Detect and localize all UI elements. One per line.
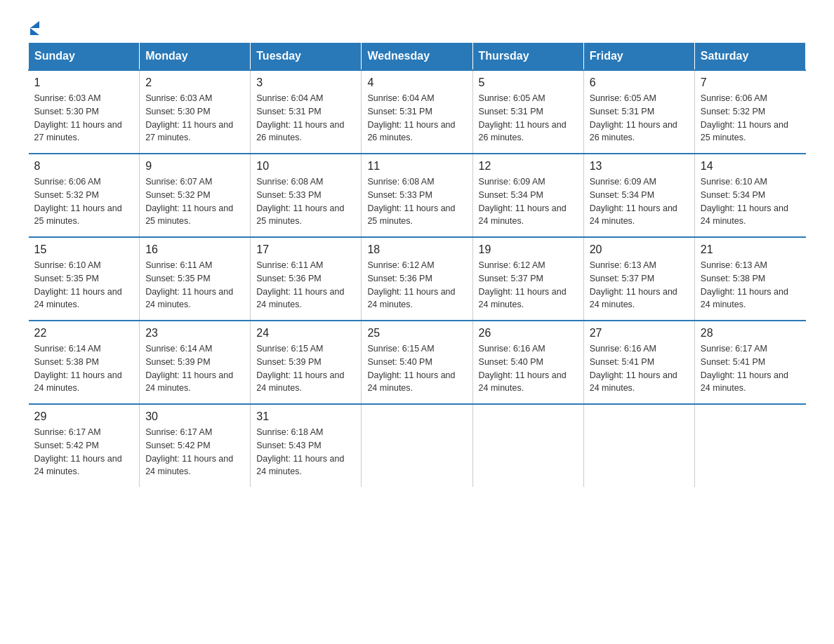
day-info: Sunrise: 6:15 AM Sunset: 5:40 PM Dayligh… bbox=[367, 342, 466, 395]
day-info: Sunrise: 6:17 AM Sunset: 5:42 PM Dayligh… bbox=[145, 426, 244, 478]
day-info: Sunrise: 6:04 AM Sunset: 5:31 PM Dayligh… bbox=[367, 92, 466, 145]
day-info: Sunrise: 6:17 AM Sunset: 5:42 PM Dayligh… bbox=[34, 426, 134, 478]
calendar-cell: 2 Sunrise: 6:03 AM Sunset: 5:30 PM Dayli… bbox=[140, 70, 251, 154]
day-number: 17 bbox=[256, 243, 355, 256]
calendar-cell: 14 Sunrise: 6:10 AM Sunset: 5:34 PM Dayl… bbox=[694, 154, 805, 237]
calendar-cell bbox=[583, 404, 694, 487]
day-info: Sunrise: 6:06 AM Sunset: 5:32 PM Dayligh… bbox=[701, 92, 800, 145]
day-info: Sunrise: 6:03 AM Sunset: 5:30 PM Dayligh… bbox=[34, 92, 134, 145]
calendar-header-saturday: Saturday bbox=[694, 43, 805, 71]
calendar-cell: 9 Sunrise: 6:07 AM Sunset: 5:32 PM Dayli… bbox=[140, 154, 251, 237]
day-number: 20 bbox=[590, 243, 689, 256]
calendar-week-1: 1 Sunrise: 6:03 AM Sunset: 5:30 PM Dayli… bbox=[29, 70, 806, 154]
day-number: 6 bbox=[590, 76, 689, 89]
calendar-cell: 5 Sunrise: 6:05 AM Sunset: 5:31 PM Dayli… bbox=[472, 70, 583, 154]
calendar-cell: 11 Sunrise: 6:08 AM Sunset: 5:33 PM Dayl… bbox=[362, 154, 472, 237]
calendar-header-thursday: Thursday bbox=[472, 43, 583, 71]
calendar-cell: 29 Sunrise: 6:17 AM Sunset: 5:42 PM Dayl… bbox=[29, 404, 140, 487]
day-info: Sunrise: 6:11 AM Sunset: 5:36 PM Dayligh… bbox=[256, 259, 355, 311]
calendar-cell bbox=[362, 404, 472, 487]
day-number: 16 bbox=[145, 243, 244, 256]
day-info: Sunrise: 6:08 AM Sunset: 5:33 PM Dayligh… bbox=[256, 175, 355, 228]
calendar-cell: 27 Sunrise: 6:16 AM Sunset: 5:41 PM Dayl… bbox=[583, 321, 694, 404]
day-info: Sunrise: 6:07 AM Sunset: 5:32 PM Dayligh… bbox=[145, 175, 244, 228]
day-number: 1 bbox=[34, 76, 134, 89]
day-number: 7 bbox=[701, 76, 800, 89]
day-number: 31 bbox=[256, 410, 355, 423]
day-info: Sunrise: 6:09 AM Sunset: 5:34 PM Dayligh… bbox=[479, 175, 578, 228]
logo bbox=[28, 21, 39, 35]
day-info: Sunrise: 6:18 AM Sunset: 5:43 PM Dayligh… bbox=[256, 426, 355, 478]
calendar-cell: 12 Sunrise: 6:09 AM Sunset: 5:34 PM Dayl… bbox=[472, 154, 583, 237]
day-info: Sunrise: 6:09 AM Sunset: 5:34 PM Dayligh… bbox=[590, 175, 689, 228]
calendar-header-sunday: Sunday bbox=[29, 43, 140, 71]
day-number: 30 bbox=[145, 410, 244, 423]
calendar-header-friday: Friday bbox=[583, 43, 694, 71]
calendar-cell bbox=[694, 404, 805, 487]
day-info: Sunrise: 6:12 AM Sunset: 5:36 PM Dayligh… bbox=[367, 259, 466, 311]
day-number: 12 bbox=[479, 160, 578, 173]
day-number: 25 bbox=[367, 327, 466, 340]
day-info: Sunrise: 6:05 AM Sunset: 5:31 PM Dayligh… bbox=[479, 92, 578, 145]
calendar-cell: 21 Sunrise: 6:13 AM Sunset: 5:38 PM Dayl… bbox=[694, 237, 805, 321]
day-number: 5 bbox=[479, 76, 578, 89]
calendar-cell: 31 Sunrise: 6:18 AM Sunset: 5:43 PM Dayl… bbox=[251, 404, 362, 487]
calendar-cell: 1 Sunrise: 6:03 AM Sunset: 5:30 PM Dayli… bbox=[29, 70, 140, 154]
day-info: Sunrise: 6:14 AM Sunset: 5:39 PM Dayligh… bbox=[145, 342, 244, 395]
day-info: Sunrise: 6:11 AM Sunset: 5:35 PM Dayligh… bbox=[145, 259, 244, 311]
day-number: 11 bbox=[367, 160, 466, 173]
day-info: Sunrise: 6:16 AM Sunset: 5:40 PM Dayligh… bbox=[479, 342, 578, 395]
day-number: 14 bbox=[701, 160, 800, 173]
page-header bbox=[28, 21, 806, 35]
day-number: 29 bbox=[34, 410, 134, 423]
day-number: 10 bbox=[256, 160, 355, 173]
day-number: 3 bbox=[256, 76, 355, 89]
calendar-table: SundayMondayTuesdayWednesdayThursdayFrid… bbox=[28, 42, 806, 487]
day-number: 24 bbox=[256, 327, 355, 340]
day-info: Sunrise: 6:03 AM Sunset: 5:30 PM Dayligh… bbox=[145, 92, 244, 145]
day-number: 8 bbox=[34, 160, 134, 173]
calendar-cell: 8 Sunrise: 6:06 AM Sunset: 5:32 PM Dayli… bbox=[29, 154, 140, 237]
day-info: Sunrise: 6:16 AM Sunset: 5:41 PM Dayligh… bbox=[590, 342, 689, 395]
calendar-cell: 22 Sunrise: 6:14 AM Sunset: 5:38 PM Dayl… bbox=[29, 321, 140, 404]
calendar-cell: 7 Sunrise: 6:06 AM Sunset: 5:32 PM Dayli… bbox=[694, 70, 805, 154]
day-info: Sunrise: 6:14 AM Sunset: 5:38 PM Dayligh… bbox=[34, 342, 134, 395]
day-number: 15 bbox=[34, 243, 134, 256]
calendar-week-5: 29 Sunrise: 6:17 AM Sunset: 5:42 PM Dayl… bbox=[29, 404, 806, 487]
day-number: 22 bbox=[34, 327, 134, 340]
calendar-cell: 26 Sunrise: 6:16 AM Sunset: 5:40 PM Dayl… bbox=[472, 321, 583, 404]
calendar-cell: 19 Sunrise: 6:12 AM Sunset: 5:37 PM Dayl… bbox=[472, 237, 583, 321]
calendar-cell: 13 Sunrise: 6:09 AM Sunset: 5:34 PM Dayl… bbox=[583, 154, 694, 237]
calendar-cell: 16 Sunrise: 6:11 AM Sunset: 5:35 PM Dayl… bbox=[140, 237, 251, 321]
calendar-cell: 18 Sunrise: 6:12 AM Sunset: 5:36 PM Dayl… bbox=[362, 237, 472, 321]
day-number: 26 bbox=[479, 327, 578, 340]
calendar-week-4: 22 Sunrise: 6:14 AM Sunset: 5:38 PM Dayl… bbox=[29, 321, 806, 404]
day-info: Sunrise: 6:08 AM Sunset: 5:33 PM Dayligh… bbox=[367, 175, 466, 228]
day-info: Sunrise: 6:10 AM Sunset: 5:34 PM Dayligh… bbox=[701, 175, 800, 228]
day-number: 23 bbox=[145, 327, 244, 340]
day-info: Sunrise: 6:12 AM Sunset: 5:37 PM Dayligh… bbox=[479, 259, 578, 311]
calendar-cell: 23 Sunrise: 6:14 AM Sunset: 5:39 PM Dayl… bbox=[140, 321, 251, 404]
day-number: 18 bbox=[367, 243, 466, 256]
calendar-header-monday: Monday bbox=[140, 43, 251, 71]
day-info: Sunrise: 6:05 AM Sunset: 5:31 PM Dayligh… bbox=[590, 92, 689, 145]
calendar-cell bbox=[472, 404, 583, 487]
calendar-cell: 24 Sunrise: 6:15 AM Sunset: 5:39 PM Dayl… bbox=[251, 321, 362, 404]
day-number: 9 bbox=[145, 160, 244, 173]
calendar-cell: 25 Sunrise: 6:15 AM Sunset: 5:40 PM Dayl… bbox=[362, 321, 472, 404]
day-info: Sunrise: 6:13 AM Sunset: 5:37 PM Dayligh… bbox=[590, 259, 689, 311]
day-info: Sunrise: 6:10 AM Sunset: 5:35 PM Dayligh… bbox=[34, 259, 134, 311]
day-number: 4 bbox=[367, 76, 466, 89]
day-number: 13 bbox=[590, 160, 689, 173]
calendar-header-tuesday: Tuesday bbox=[251, 43, 362, 71]
day-info: Sunrise: 6:13 AM Sunset: 5:38 PM Dayligh… bbox=[701, 259, 800, 311]
day-info: Sunrise: 6:06 AM Sunset: 5:32 PM Dayligh… bbox=[34, 175, 134, 228]
calendar-cell: 10 Sunrise: 6:08 AM Sunset: 5:33 PM Dayl… bbox=[251, 154, 362, 237]
calendar-cell: 15 Sunrise: 6:10 AM Sunset: 5:35 PM Dayl… bbox=[29, 237, 140, 321]
calendar-cell: 3 Sunrise: 6:04 AM Sunset: 5:31 PM Dayli… bbox=[251, 70, 362, 154]
calendar-cell: 4 Sunrise: 6:04 AM Sunset: 5:31 PM Dayli… bbox=[362, 70, 472, 154]
day-number: 2 bbox=[145, 76, 244, 89]
calendar-cell: 30 Sunrise: 6:17 AM Sunset: 5:42 PM Dayl… bbox=[140, 404, 251, 487]
calendar-cell: 20 Sunrise: 6:13 AM Sunset: 5:37 PM Dayl… bbox=[583, 237, 694, 321]
calendar-header-row: SundayMondayTuesdayWednesdayThursdayFrid… bbox=[29, 43, 806, 71]
